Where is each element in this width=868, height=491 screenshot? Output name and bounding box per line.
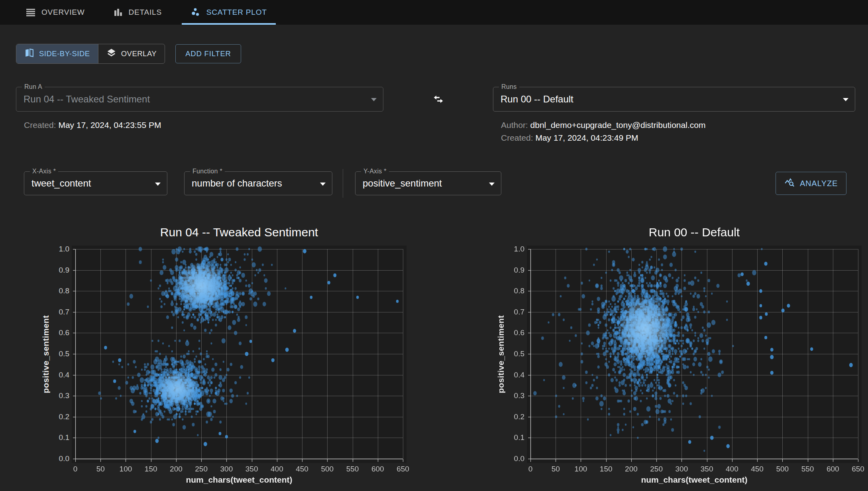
chart-title: Run 00 -- Default (527, 226, 862, 239)
x-tick-label: 650 (397, 465, 409, 473)
dropdown-caret-icon (320, 183, 326, 186)
x-axis-title: num_chars(tweet_content) (527, 475, 862, 485)
x-tick-label: 450 (296, 465, 308, 473)
query-stats-icon (784, 177, 795, 190)
y-tick-label: 0.3 (514, 391, 524, 400)
x-tick-label: 100 (120, 465, 132, 473)
select-label: Y-Axis * (361, 168, 389, 175)
tab-label: OVERVIEW (41, 8, 84, 17)
run-a-select[interactable]: Run A Run 04 -- Tweaked Sentiment (16, 87, 383, 112)
scatter-plot-icon (190, 7, 201, 18)
button-label: ADD FILTER (185, 49, 231, 58)
swap-horizontal-icon[interactable] (432, 92, 445, 108)
x-tick-label: 300 (220, 465, 233, 473)
tab-label: SCATTER PLOT (206, 8, 267, 17)
details-icon (113, 8, 123, 17)
run-a-value: Run 04 -- Tweaked Sentiment (16, 87, 383, 111)
x-tick-label: 350 (245, 465, 258, 473)
x-tick-label: 150 (145, 465, 157, 473)
x-tick-label: 0 (528, 465, 533, 473)
function-value: number of characters (185, 172, 332, 195)
x-tick-label: 400 (271, 465, 283, 473)
y-tick-label: 0.5 (514, 350, 524, 358)
runs-created: Created: May 17, 2024, 04:23:49 PM (501, 133, 855, 143)
x-tick-label: 300 (676, 465, 688, 473)
scatter-canvas[interactable] (527, 246, 862, 463)
x-tick-label: 550 (346, 465, 359, 473)
x-axis-value: tweet_content (24, 172, 167, 195)
side-by-side-icon (24, 48, 34, 60)
x-tick-label: 550 (801, 465, 814, 473)
x-tick-label: 400 (726, 465, 738, 473)
y-tick-label: 0.9 (514, 266, 524, 275)
tab-scatter-plot[interactable]: SCATTER PLOT (182, 0, 276, 25)
y-tick-label: 1.0 (514, 245, 524, 253)
y-tick-label: 0.4 (514, 371, 524, 379)
select-label: X-Axis * (30, 168, 58, 175)
x-tick-label: 150 (600, 465, 613, 473)
dropdown-caret-icon (843, 98, 848, 101)
y-axis-ticks: 0.00.10.20.30.40.50.60.70.80.91.0 (508, 246, 527, 463)
function-select[interactable]: Function * number of characters (184, 171, 332, 195)
x-tick-label: 600 (827, 465, 839, 473)
run-a-column: Run A Run 04 -- Tweaked Sentiment Create… (16, 87, 383, 130)
x-tick-label: 600 (371, 465, 384, 473)
x-axis-title: num_chars(tweet_content) (72, 475, 407, 485)
add-filter-button[interactable]: ADD FILTER (175, 44, 241, 63)
y-tick-label: 0.8 (59, 287, 69, 295)
x-tick-label: 50 (96, 465, 105, 473)
y-tick-label: 0.2 (59, 412, 69, 421)
x-tick-label: 500 (776, 465, 789, 473)
y-axis-select[interactable]: Y-Axis * positive_sentiment (355, 171, 501, 195)
y-axis-value: positive_sentiment (355, 172, 501, 195)
select-label: Run A (22, 83, 45, 90)
scatter-plot-page: SIDE-BY-SIDE OVERLAY ADD FILTER Run A Ru… (0, 25, 868, 485)
charts-row: Run 04 -- Tweaked Sentiment positive_sen… (16, 226, 868, 485)
x-tick-label: 200 (625, 465, 638, 473)
y-axis-ticks: 0.00.10.20.30.40.50.60.70.80.91.0 (53, 246, 72, 463)
tab-details[interactable]: DETAILS (104, 0, 170, 25)
y-tick-label: 0.9 (59, 266, 69, 275)
toggle-label: SIDE-BY-SIDE (39, 49, 90, 58)
runs-select[interactable]: Runs Run 00 -- Default (493, 87, 855, 112)
x-tick-label: 200 (170, 465, 183, 473)
x-axis-ticks: 050100150200250300350400450500550600650 (72, 463, 407, 474)
scatter-canvas[interactable] (72, 246, 407, 463)
y-tick-label: 1.0 (59, 245, 69, 253)
tab-overview[interactable]: OVERVIEW (17, 0, 93, 25)
chart-title: Run 04 -- Tweaked Sentiment (72, 226, 407, 239)
y-tick-label: 0.1 (59, 433, 69, 442)
view-controls-row: SIDE-BY-SIDE OVERLAY ADD FILTER (16, 44, 868, 64)
button-label: ANALYZE (800, 179, 838, 188)
x-axis-ticks: 050100150200250300350400450500550600650 (527, 463, 862, 474)
y-axis-title: positive_sentiment (39, 246, 53, 463)
y-tick-label: 0.6 (514, 328, 524, 337)
dropdown-caret-icon (155, 183, 161, 186)
analyze-button[interactable]: ANALYZE (776, 172, 846, 195)
x-tick-label: 350 (701, 465, 713, 473)
run-a-created: Created: May 17, 2024, 04:23:55 PM (24, 120, 383, 130)
axis-controls-row: X-Axis * tweet_content Function * number… (16, 169, 868, 198)
overlay-toggle[interactable]: OVERLAY (98, 44, 165, 63)
y-tick-label: 0.0 (514, 454, 524, 463)
y-tick-label: 0.0 (59, 454, 69, 463)
runs-author: Author: dbnl_demo+cupgrade_tony@distribu… (501, 120, 855, 130)
toggle-label: OVERLAY (121, 49, 157, 58)
chart-run-a: Run 04 -- Tweaked Sentiment positive_sen… (39, 226, 407, 485)
y-tick-label: 0.6 (59, 328, 69, 337)
chart-run-b: Run 00 -- Default positive_sentiment 0.0… (494, 226, 862, 485)
y-axis-title: positive_sentiment (494, 246, 508, 463)
x-tick-label: 0 (73, 465, 78, 473)
side-by-side-toggle[interactable]: SIDE-BY-SIDE (16, 44, 98, 63)
view-mode-toggle-group: SIDE-BY-SIDE OVERLAY (16, 44, 165, 64)
y-tick-label: 0.3 (59, 391, 69, 400)
dropdown-caret-icon (371, 98, 377, 101)
y-tick-label: 0.1 (514, 433, 524, 442)
y-tick-label: 0.5 (59, 350, 69, 358)
divider (343, 169, 343, 198)
x-tick-label: 500 (321, 465, 334, 473)
y-tick-label: 0.7 (514, 308, 524, 316)
x-axis-select[interactable]: X-Axis * tweet_content (24, 171, 167, 195)
overview-icon (26, 8, 36, 17)
x-tick-label: 650 (852, 465, 864, 473)
